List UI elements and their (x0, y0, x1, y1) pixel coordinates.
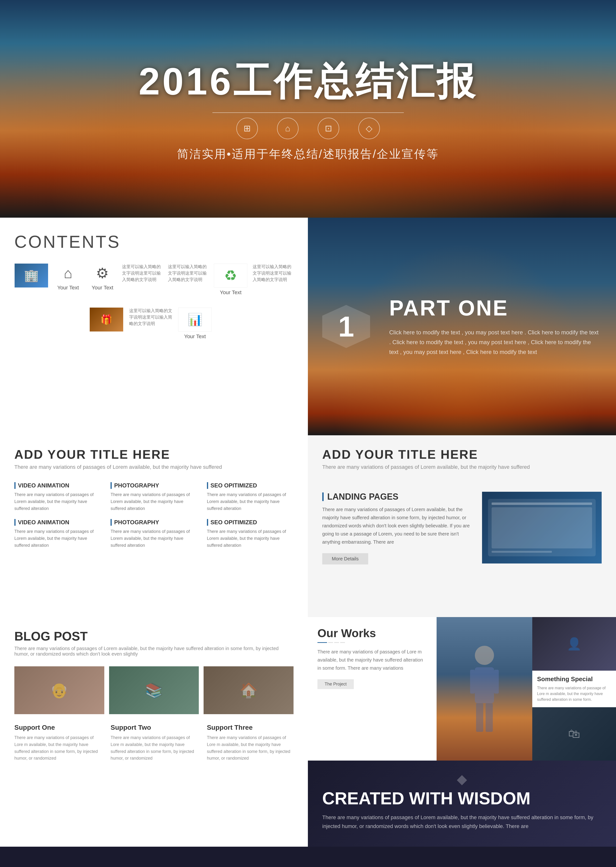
svg-rect-2 (470, 670, 475, 694)
feature-desc-4: There are many variations of passages of… (14, 528, 101, 549)
blog-image-1: 👴 (14, 666, 104, 714)
content-text-2: 这里可以输入简略的文字说明这里可以输入简略的文字说明 (168, 264, 209, 283)
line-seg-3 (340, 642, 345, 643)
slide4-title: ADD YOUR TITLE HERE (14, 447, 294, 462)
icon-home: ⌂ (277, 118, 299, 139)
slide1-title: 2016工作总结汇报 (139, 56, 478, 108)
text-1: 这里可以输入简略的文字说明这里可以输入简略的文字说明 (122, 264, 163, 283)
feature-desc-6: There are many variations of passages of… (207, 528, 294, 549)
contents-title: CONTENTS (14, 232, 294, 251)
slide-row3: ADD YOUR TITLE HERE There are many varia… (0, 435, 616, 617)
feature-item-3: SEO OPITIMIZED There are many variations… (207, 482, 294, 512)
our-works-title: Our Works (317, 627, 427, 640)
feature-item-2: PHOTOGRAPHY There are many variations of… (110, 482, 197, 512)
part-one-desc: Click here to modify the text , you may … (389, 328, 602, 357)
svg-point-0 (475, 646, 494, 665)
svg-rect-5 (486, 703, 493, 732)
blog-images: 👴 📚 🏠 (14, 666, 294, 714)
works-photo-bottom: 🛍 (532, 707, 616, 761)
feature-desc-5: There are many variations of passages of… (110, 528, 197, 549)
landing-section: LANDING PAGES There are many variations … (322, 492, 602, 564)
chart-icon: 📊 (187, 313, 203, 327)
support-item-3: Support Three There are many variations … (207, 724, 294, 762)
support-desc-2: There are many variations of passages of… (110, 734, 197, 762)
feature-title-3: SEO OPITIMIZED (207, 482, 294, 489)
support-title-1: Support One (14, 724, 101, 731)
part-one-title: PART ONE (389, 296, 602, 320)
our-works-photo (437, 617, 532, 760)
feature-bar-5 (110, 519, 112, 526)
support-items: Support One There are many variations of… (14, 724, 294, 762)
content-item-home: ⌂ Your Text (53, 264, 83, 291)
line-seg-active (317, 642, 327, 643)
content-item-recycle: ♻ Your Text (214, 264, 248, 295)
feature-bar-2 (110, 482, 112, 489)
slide7-our-works: Our Works There are many variations of p… (308, 617, 616, 847)
gift-image: 🎁 (90, 308, 123, 331)
slide5-title: ADD YOUR TITLE HERE (322, 447, 602, 462)
support-desc-3: There are many variations of passages of… (207, 734, 294, 762)
content-text-1: 这里可以输入简略的文字说明这里可以输入简略的文字说明 (122, 264, 163, 283)
icon-grid: ⊞ (236, 118, 258, 139)
landing-title: LANDING PAGES (322, 492, 473, 502)
feature-bar-3 (207, 482, 208, 489)
slide4-subtitle: There are many variations of passages of… (14, 464, 294, 470)
created-desc: There are many variations of passages of… (322, 813, 602, 831)
support-desc-1: There are many variations of passages of… (14, 734, 101, 762)
something-special: Something Special There are many variati… (532, 671, 616, 707)
contents-row-1: 🏢 ⌂ Your Text ⚙ Your Text 这里可以输入简略的文字说明这… (14, 264, 294, 295)
text-4: 这里可以输入简略的文字说明这里可以输入简略的文字说明 (129, 308, 172, 327)
slide1-divider (212, 112, 404, 113)
contents-grid: 🏢 ⌂ Your Text ⚙ Your Text 这里可以输入简略的文字说明这… (14, 264, 294, 339)
hex-number: 1 (322, 305, 370, 348)
our-works-line (317, 642, 427, 643)
slide1-hero: 2016工作总结汇报 ⊞ ⌂ ⊡ ◇ 简洁实用•适用于年终总结/述职报告/企业宣… (0, 0, 616, 218)
gear-icon: ⚙ (93, 264, 112, 283)
blog-subtitle: There are many variations of passages of… (14, 646, 294, 657)
feature-title-5: PHOTOGRAPHY (110, 519, 197, 526)
feature-item-6: SEO OPITIMIZED There are many variations… (207, 519, 294, 549)
feature-desc-1: There are many variations of passages of… (14, 491, 101, 512)
icon-cart: ⊡ (318, 118, 339, 139)
landing-text: LANDING PAGES There are many variations … (322, 492, 473, 564)
slide1-icons: ⊞ ⌂ ⊡ ◇ (236, 118, 380, 139)
hex-shape: 1 (322, 305, 370, 348)
content-label-home: Your Text (57, 284, 79, 291)
feature-desc-2: There are many variations of passages of… (110, 491, 197, 512)
our-works-right: 👤 Something Special There are many varia… (532, 617, 616, 760)
support-title-3: Support Three (207, 724, 294, 731)
created-section: CREATED WITH WISDOM There are many varia… (308, 760, 616, 847)
something-desc: There are many variations of passage of … (537, 685, 611, 702)
svg-rect-4 (476, 703, 483, 732)
slide4-add-title: ADD YOUR TITLE HERE There are many varia… (0, 435, 308, 617)
support-item-2: Support Two There are many variations of… (110, 724, 197, 762)
svg-rect-1 (475, 667, 494, 703)
content-item-gift: 🎁 (88, 308, 124, 331)
feature-item-5: PHOTOGRAPHY There are many variations of… (110, 519, 197, 549)
content-item-chart: 📊 Your Text (177, 308, 213, 339)
feature-title-6: SEO OPITIMIZED (207, 519, 294, 526)
feature-title-2: PHOTOGRAPHY (110, 482, 197, 489)
building-image: 🏢 (14, 264, 48, 287)
slide5-subtitle: There are many variations of passages of… (322, 464, 602, 470)
content-item-gear: ⚙ Your Text (88, 264, 118, 291)
recycle-icon: ♻ (224, 267, 237, 284)
feature-desc-3: There are many variations of passages of… (207, 491, 294, 512)
more-details-button[interactable]: More Details (322, 553, 368, 564)
text-2: 这里可以输入简略的文字说明这里可以输入简略的文字说明 (168, 264, 209, 283)
contents-row-2: 🎁 这里可以输入简略的文字说明这里可以输入简略的文字说明 📊 Your Text (14, 308, 294, 339)
feature-item-4: VIDEO ANIMATION There are many variation… (14, 519, 101, 549)
part-number: 1 (338, 310, 354, 343)
our-works-top: Our Works There are many variations of p… (308, 617, 616, 760)
part-one-text: PART ONE Click here to modify the text ,… (389, 296, 602, 357)
feature-title-1: VIDEO ANIMATION (14, 482, 101, 489)
slide-row4: BLOG POST There are many variations of p… (0, 617, 616, 847)
text-3: 这里可以输入简略的文字说明这里可以输入简略的文字说明 (253, 264, 294, 283)
landing-desc: There are many variations of passages of… (322, 506, 473, 546)
landing-bar (322, 492, 324, 501)
blog-image-2: 📚 (109, 666, 199, 714)
feature-item-1: VIDEO ANIMATION There are many variation… (14, 482, 101, 512)
line-seg-1 (328, 642, 333, 643)
project-button[interactable]: The Project (317, 679, 354, 689)
content-text-3: 这里可以输入简略的文字说明这里可以输入简略的文字说明 (253, 264, 294, 283)
